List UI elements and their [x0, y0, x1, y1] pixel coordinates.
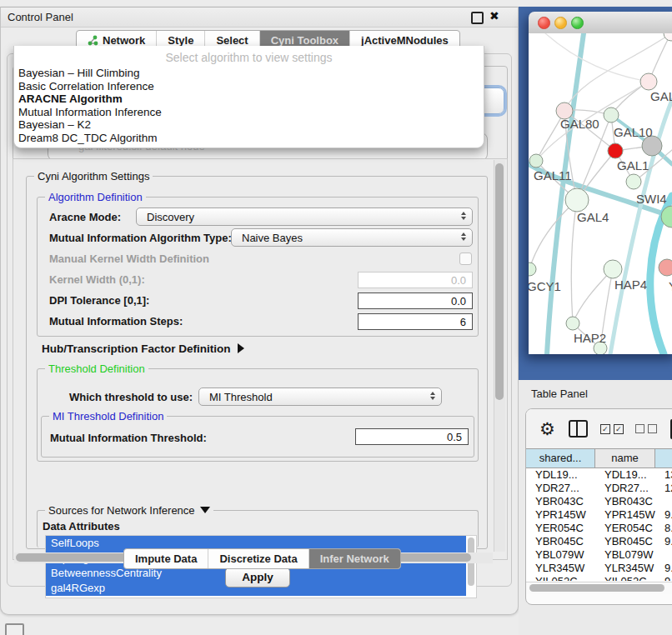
- tab-discretize-data[interactable]: Discretize Data: [208, 549, 308, 568]
- algorithm-option[interactable]: Basic Correlation Inference: [14, 80, 484, 93]
- table-row[interactable]: YER054CYER054C8.: [526, 522, 672, 535]
- mi-algorithm-type-value: Naive Bayes: [242, 232, 303, 244]
- mi-steps-field[interactable]: 6: [358, 313, 473, 330]
- algorithm-option[interactable]: Bayesian – Hill Climbing: [14, 67, 484, 80]
- tab-label: Impute Data: [135, 552, 197, 565]
- network-node-HAP2[interactable]: [566, 317, 579, 330]
- table-row[interactable]: YDR27...YDR27...12: [526, 482, 672, 495]
- settings-vscroll-thumb[interactable]: [495, 163, 504, 400]
- table-cell: YDR27...: [595, 482, 655, 495]
- table-cell: YDR27...: [526, 482, 595, 495]
- table-cell: YIL052C: [595, 575, 655, 581]
- screen: Control Panel ✖ NetworkStyleSelectCyni T…: [0, 0, 672, 635]
- table-cell: YDL19...: [595, 468, 655, 482]
- network-canvas[interactable]: GALGAL80GAL10GAL1GAL11SWI4GAL4GCY1YHAP4H…: [529, 33, 672, 354]
- table-cell: YBR043C: [526, 495, 595, 508]
- algorithm-option[interactable]: Bayesian – K2: [14, 118, 484, 132]
- algorithm-option[interactable]: Dream8 DC_TDC Algorithm: [14, 132, 484, 145]
- settings-vertical-scrollbar[interactable]: [494, 160, 505, 552]
- which-threshold-combobox[interactable]: MI Threshold: [198, 388, 442, 406]
- table-row[interactable]: YBR045CYBR045C9.: [526, 535, 672, 548]
- close-icon[interactable]: ✖: [489, 9, 499, 22]
- float-window-icon[interactable]: [471, 12, 484, 24]
- dpi-tolerance-field[interactable]: 0.0: [358, 292, 473, 309]
- algorithm-option[interactable]: Mutual Information Inference: [14, 106, 484, 119]
- show-columns-icon[interactable]: [569, 420, 588, 438]
- table-row[interactable]: YPR145WYPR145W9.: [526, 508, 672, 522]
- cytoscape-desktop: GALGAL80GAL10GAL1GAL11SWI4GAL4GCY1YHAP4H…: [519, 7, 672, 380]
- docked-panel-icon[interactable]: [5, 623, 24, 635]
- which-threshold-label: Which threshold to use:: [69, 391, 193, 403]
- network-node-GAL-partial[interactable]: [640, 73, 657, 90]
- table-row[interactable]: YIL052CYIL052C9: [526, 575, 672, 581]
- aracne-mode-combobox[interactable]: Discovery: [136, 208, 473, 226]
- table-row[interactable]: YBR043CYBR043C: [526, 495, 672, 508]
- cyni-algorithm-settings-group: Cyni Algorithm Settings Algorithm Defini…: [26, 176, 488, 549]
- network-node-label: SWI4: [636, 192, 667, 206]
- mi-threshold-definition-title: MI Threshold Definition: [49, 410, 167, 422]
- network-node-GCY1[interactable]: [529, 262, 536, 276]
- table-cell: 9.: [655, 535, 672, 548]
- apply-button[interactable]: Apply: [225, 568, 290, 588]
- table-row[interactable]: YDL19...YDL19...13: [526, 468, 672, 482]
- tab-impute-data[interactable]: Impute Data: [124, 549, 208, 568]
- network-node-label: GAL10: [614, 125, 653, 139]
- manual-kernel-width-label: Manual Kernel Width Definition: [49, 252, 209, 265]
- select-all-columns-icon[interactable]: ✓✓: [600, 424, 624, 434]
- table-cell: YLR345W: [595, 562, 655, 575]
- manual-kernel-width-checkbox[interactable]: [459, 252, 472, 265]
- network-node-label: GAL4: [577, 210, 609, 224]
- zoom-traffic-light-icon[interactable]: [571, 17, 584, 29]
- network-window: GALGAL80GAL10GAL1GAL11SWI4GAL4GCY1YHAP4H…: [529, 12, 672, 354]
- network-node-label: HAP4: [614, 278, 647, 292]
- mi-threshold-label: Mutual Information Threshold:: [50, 432, 207, 444]
- table-cell: YBL079W: [595, 548, 655, 562]
- network-node-label: GAL: [650, 89, 672, 103]
- mi-threshold-field[interactable]: 0.5: [355, 428, 469, 445]
- algorithm-option[interactable]: ARACNE Algorithm: [14, 92, 484, 106]
- table-horizontal-scrollbar[interactable]: [526, 582, 672, 594]
- gear-icon[interactable]: ⚙: [539, 419, 555, 439]
- list-scrollbar[interactable]: [466, 536, 476, 598]
- kernel-width-field: 0.0: [358, 272, 473, 288]
- hub-transcription-expander[interactable]: Hub/Transcription Factor Definition: [42, 342, 244, 355]
- expand-arrow-icon: [238, 343, 244, 353]
- table-cell: YER054C: [595, 522, 655, 535]
- tab-label: Infer Network: [320, 552, 389, 565]
- tab-label: Discretize Data: [219, 552, 297, 565]
- network-node-HAP4[interactable]: [604, 260, 622, 278]
- table-row[interactable]: YBL079WYBL079W: [526, 548, 672, 562]
- table-cell: [655, 495, 672, 508]
- table-row[interactable]: YLR345WYLR345W9.: [526, 562, 672, 575]
- network-node-GAL10[interactable]: [604, 108, 619, 122]
- table-hscroll-thumb[interactable]: [529, 584, 664, 592]
- network-node-GAL4[interactable]: [565, 188, 589, 212]
- column-header[interactable]: shared...: [526, 448, 595, 468]
- kernel-width-label: Kernel Width (0,1):: [49, 273, 145, 286]
- network-node-label: GAL80: [560, 117, 599, 131]
- network-node-GAL1[interactable]: [608, 143, 623, 158]
- close-traffic-light-icon[interactable]: [538, 17, 550, 29]
- tab-infer-network[interactable]: Infer Network: [309, 549, 400, 568]
- network-node-salmon-node[interactable]: [659, 259, 672, 276]
- network-node-node-top[interactable]: [664, 33, 672, 41]
- algorithm-popup-prompt: Select algorithm to view settings: [14, 49, 484, 67]
- mi-algorithm-type-combobox[interactable]: Naive Bayes: [231, 228, 473, 247]
- column-header[interactable]: name: [595, 448, 655, 468]
- combo-stepper-icon: [461, 212, 466, 220]
- column-header[interactable]: [655, 448, 672, 468]
- network-node-label: HAP2: [574, 331, 606, 345]
- tab-label: Network: [103, 34, 145, 47]
- network-node-SWI4[interactable]: [626, 174, 641, 189]
- deselect-all-columns-icon[interactable]: [635, 424, 657, 433]
- minimize-traffic-light-icon[interactable]: [554, 17, 567, 29]
- threshold-definition-title: Threshold Definition: [45, 362, 148, 375]
- collapse-arrow-icon[interactable]: [200, 507, 210, 513]
- table-cell: YIL052C: [526, 575, 595, 581]
- network-edge: [571, 200, 577, 323]
- aracne-mode-value: Discovery: [147, 211, 194, 223]
- hub-transcription-label: Hub/Transcription Factor Definition: [42, 342, 231, 355]
- table-cell: YLR345W: [526, 562, 595, 575]
- network-icon: [88, 35, 98, 46]
- network-node-GAL11[interactable]: [529, 154, 543, 168]
